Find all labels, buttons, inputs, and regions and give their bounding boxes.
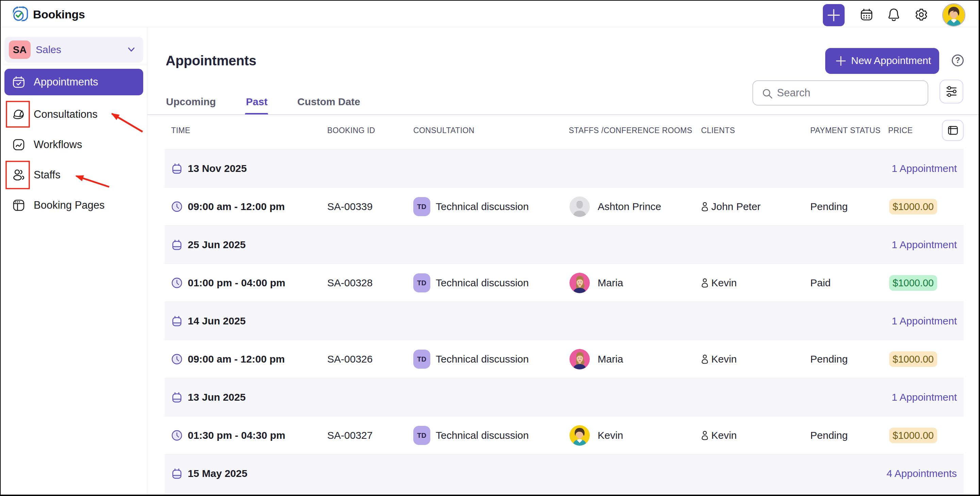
- topbar: Bookings: [1, 1, 978, 27]
- group-count[interactable]: 1 Appointment: [892, 378, 957, 416]
- sidebar-divider: [4, 65, 147, 65]
- app-title: Bookings: [33, 8, 85, 21]
- help-label: ?: [955, 56, 960, 65]
- bell-icon[interactable]: [888, 8, 899, 21]
- booking-id: SA-00339: [327, 188, 372, 226]
- price-badge: $1000.00: [889, 275, 937, 291]
- appointment-row[interactable]: 09:00 am - 12:00 pm SA-00326 TD Technica…: [165, 340, 964, 378]
- client-person-icon: [702, 278, 708, 288]
- consultation-abbr-badge: TD: [413, 426, 430, 445]
- consultation-abbr-badge: TD: [413, 273, 430, 292]
- column-header-price[interactable]: PRICE: [888, 125, 913, 136]
- chevron-down-icon: [127, 46, 135, 53]
- calendar-check-icon: [13, 76, 25, 88]
- column-header-time[interactable]: TIME: [171, 125, 191, 136]
- date-group-row: 14 Jun 2025 1 Appointment: [165, 301, 964, 340]
- column-header-staffs[interactable]: STAFFS /CONFERENCE ROOMS: [569, 125, 692, 136]
- app-window: Bookings: [1, 1, 978, 494]
- price-badge: $1000.00: [889, 427, 937, 443]
- price-badge: $1000.00: [889, 199, 937, 214]
- new-appointment-label: New Appointment: [851, 48, 931, 73]
- sidebar-item-booking-pages[interactable]: Booking Pages: [5, 192, 143, 218]
- filter-sliders-icon: [946, 86, 956, 97]
- tabs-divider: [147, 114, 978, 115]
- search-icon: [762, 88, 773, 99]
- group-count[interactable]: 1 Appointment: [892, 302, 957, 340]
- date-calendar-icon: [172, 239, 182, 250]
- people-icon: [13, 169, 25, 181]
- gear-icon[interactable]: [915, 8, 927, 21]
- sidebar: SA Sales Appointments: [1, 27, 147, 494]
- clock-icon: [172, 201, 182, 212]
- booking-id: SA-00327: [327, 416, 372, 455]
- date-calendar-icon: [172, 316, 182, 327]
- staff-name: Maria: [598, 264, 623, 302]
- appointment-row[interactable]: 01:30 pm - 04:30 pm SA-00327 TD Technica…: [165, 416, 964, 454]
- workspace-selector[interactable]: SA Sales: [5, 37, 143, 63]
- sidebar-item-consultations[interactable]: Consultations: [5, 101, 143, 128]
- client-name: Kevin: [711, 264, 737, 302]
- column-header-booking-id[interactable]: BOOKING ID: [327, 125, 375, 136]
- consultation-name: Technical discussion: [436, 264, 528, 302]
- consultation-name: Technical discussion: [436, 188, 528, 226]
- consultation-cap-icon: [13, 108, 25, 121]
- staff-name: Ashton Prince: [598, 188, 661, 226]
- sidebar-item-workflows[interactable]: Workflows: [5, 131, 143, 158]
- date-group-row: 25 Jun 2025 1 Appointment: [165, 225, 964, 263]
- clock-icon: [172, 430, 182, 441]
- consultation-abbr-badge: TD: [413, 349, 430, 369]
- search-input[interactable]: Search: [752, 80, 928, 105]
- group-date: 13 Nov 2025: [188, 150, 247, 188]
- new-appointment-button[interactable]: New Appointment: [825, 48, 939, 74]
- search-placeholder: Search: [777, 81, 810, 105]
- staff-name: Kevin: [598, 416, 623, 455]
- group-count[interactable]: 1 Appointment: [892, 150, 957, 188]
- appointment-row[interactable]: 09:00 am - 12:00 pm SA-00339 TD Technica…: [165, 187, 964, 225]
- group-date: 14 Jun 2025: [188, 302, 246, 340]
- column-header-consultation[interactable]: CONSULTATION: [413, 125, 474, 136]
- date-calendar-icon: [172, 163, 182, 174]
- client-person-icon: [702, 202, 708, 211]
- client-name: Kevin: [711, 340, 737, 378]
- appointment-time: 01:00 pm - 04:00 pm: [188, 264, 285, 302]
- profile-avatar[interactable]: [942, 3, 966, 27]
- price-badge: $1000.00: [889, 351, 937, 367]
- date-group-row: 13 Nov 2025 1 Appointment: [165, 149, 964, 187]
- group-count[interactable]: 1 Appointment: [892, 226, 957, 264]
- group-date: 15 May 2025: [188, 455, 247, 493]
- table-columns-icon: [948, 126, 958, 135]
- filter-button[interactable]: [940, 80, 963, 104]
- column-header-clients[interactable]: CLIENTS: [701, 125, 735, 136]
- browser-window-icon: [13, 199, 25, 211]
- appointment-time: 01:30 pm - 04:30 pm: [188, 416, 285, 455]
- staff-name: Maria: [598, 340, 623, 378]
- tab-custom-date[interactable]: Custom Date: [297, 96, 360, 111]
- clock-icon: [172, 354, 182, 365]
- sidebar-item-label: Consultations: [34, 101, 98, 128]
- appointment-time: 09:00 am - 12:00 pm: [188, 340, 285, 378]
- payment-status: Paid: [810, 264, 830, 302]
- man-illustration-avatar: [570, 425, 590, 446]
- appointment-time: 09:00 am - 12:00 pm: [188, 188, 285, 226]
- group-date: 13 Jun 2025: [188, 378, 246, 416]
- column-settings-button[interactable]: [942, 120, 964, 141]
- calendar-icon[interactable]: [861, 8, 872, 21]
- payment-status: Pending: [810, 188, 848, 226]
- appointment-row[interactable]: 01:00 pm - 04:00 pm SA-00328 TD Technica…: [165, 263, 964, 301]
- date-group-row: 13 Jun 2025 1 Appointment: [165, 378, 964, 416]
- tab-upcoming[interactable]: Upcoming: [166, 96, 216, 111]
- quick-add-button[interactable]: [823, 4, 845, 26]
- clock-icon: [172, 278, 182, 288]
- sidebar-item-staffs[interactable]: Staffs: [5, 162, 143, 188]
- tab-past[interactable]: Past: [246, 96, 267, 111]
- group-count[interactable]: 4 Appointments: [886, 455, 957, 493]
- client-name: Kevin: [711, 416, 737, 455]
- help-button[interactable]: ?: [952, 54, 964, 66]
- consultation-name: Technical discussion: [436, 416, 528, 455]
- woman-illustration-avatar: [570, 273, 590, 293]
- sidebar-item-appointments[interactable]: Appointments: [5, 69, 143, 95]
- client-person-icon: [702, 354, 708, 364]
- column-header-payment-status[interactable]: PAYMENT STATUS: [810, 125, 881, 136]
- sidebar-item-label: Workflows: [34, 131, 82, 158]
- sidebar-item-label: Staffs: [34, 162, 60, 188]
